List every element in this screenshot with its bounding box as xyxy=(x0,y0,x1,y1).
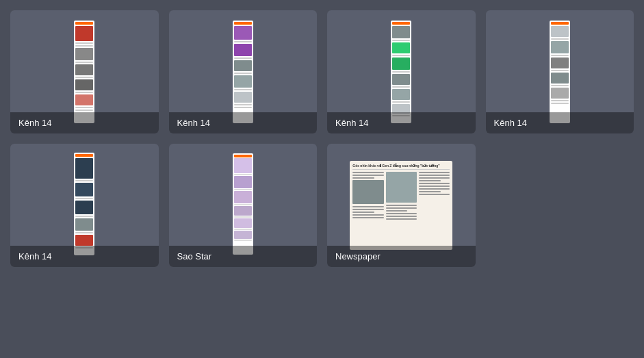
card-label-newspaper: Newspaper xyxy=(327,246,476,267)
card-newspaper[interactable]: Góc nhìn khác về Gen Z đằng sau những "b… xyxy=(327,144,476,267)
card-label-2: Kênh 14 xyxy=(169,112,318,133)
card-label-1: Kênh 14 xyxy=(10,112,159,133)
card-kenh14-5[interactable]: Kênh 14 xyxy=(10,144,159,267)
card-label-3: Kênh 14 xyxy=(327,112,476,133)
card-label-saostar: Sao Star xyxy=(169,246,318,267)
card-kenh14-2[interactable]: Kênh 14 xyxy=(169,10,318,133)
card-label-5: Kênh 14 xyxy=(10,246,159,267)
card-kenh14-1[interactable]: Kênh 14 xyxy=(10,10,159,133)
card-kenh14-4[interactable]: Kênh 14 xyxy=(486,10,634,133)
card-saostar[interactable]: Sao Star xyxy=(169,144,318,267)
card-kenh14-3[interactable]: Kênh 14 xyxy=(327,10,476,133)
card-label-4: Kênh 14 xyxy=(486,112,634,133)
card-grid: Kênh 14 Kênh 14 xyxy=(10,10,634,267)
